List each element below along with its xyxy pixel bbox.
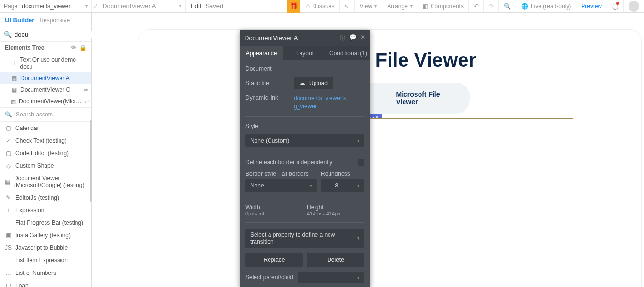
gift-icon[interactable]: 🎁 (287, 0, 300, 13)
tab-microsoft[interactable]: Microsoft File Viewer (396, 90, 460, 106)
asset-icon: ▢ (5, 150, 12, 157)
warning-icon: ⚠ (305, 3, 311, 10)
chevron-down-icon: ▾ (357, 275, 359, 280)
asset-label: List Item Expression (15, 257, 68, 264)
lock-icon[interactable]: 🔒 (79, 44, 87, 51)
chevron-down-icon: ▾ (85, 3, 88, 9)
asset-label: Expression (15, 207, 44, 214)
search-icon: 🔍 (504, 3, 511, 10)
issues-indicator[interactable]: ⚠ 0 issues (300, 0, 339, 12)
asset-label: Loan (15, 282, 29, 287)
height-label: Height (307, 204, 364, 211)
asset-icon: ▣ (5, 232, 12, 239)
property-editor: DocumentViewer A ⓘ 💬 ✕ Appearance Layout… (240, 30, 370, 287)
asset-icon: … (5, 270, 12, 276)
tree-item[interactable]: TText Or use our demo docu (0, 54, 91, 72)
tree-item-label: Text Or use our demo docu (20, 57, 88, 70)
asset-item[interactable]: ▢Code Editor (testing) (0, 147, 91, 159)
info-icon[interactable]: ⓘ (340, 34, 345, 42)
asset-icon: ▢ (5, 125, 12, 131)
close-icon[interactable]: ✕ (360, 34, 365, 42)
chevron-down-icon: ▾ (179, 3, 181, 9)
asset-item[interactable]: +Expression (0, 204, 91, 216)
undo-button[interactable]: ↶ (468, 0, 483, 12)
asset-item[interactable]: ≣List Item Expression (0, 254, 91, 267)
tab-appearance[interactable]: Appearance (240, 46, 283, 60)
transition-select[interactable]: Select a property to define a new transi… (245, 229, 364, 248)
define-border-checkbox[interactable] (358, 159, 364, 166)
asset-item[interactable]: JSJavascript to Bubble (0, 242, 91, 254)
asset-item[interactable]: ▦Document Viewer (Microsoft/Google) (tes… (0, 172, 91, 191)
replace-button[interactable]: Replace (245, 253, 303, 267)
dynamic-link-value[interactable]: documents_viewer's g_viewer (294, 94, 364, 111)
undo-icon: ↶ (474, 3, 479, 10)
tree-item[interactable]: ▦DocumentViewer(Micr…⇄ (0, 96, 91, 107)
asset-icon: ▢ (5, 282, 12, 287)
page-title: Google File Viewer (167, 49, 612, 71)
page-selector[interactable]: Page: documents_viewer ▾ (0, 0, 92, 12)
asset-item[interactable]: ✎EditorJs (testing) (0, 191, 91, 204)
asset-item[interactable]: ✓Check Text (testing) (0, 134, 91, 147)
tree-item-label: DocumentViewer C (20, 86, 70, 93)
element-icon: ▦ (11, 98, 16, 105)
element-selector[interactable]: DocumentViewer A ▾ (99, 0, 186, 12)
asset-item[interactable]: ◇Custom Shape (0, 159, 91, 172)
help-button[interactable]: ◯ (607, 0, 623, 12)
eye-icon[interactable]: 👁 (71, 44, 76, 51)
components-menu[interactable]: ◧ Components (418, 0, 468, 12)
expand-icon[interactable]: ⤢ (92, 2, 99, 10)
help-icon: ◯ (612, 3, 618, 10)
tab-layout[interactable]: Layout (283, 46, 327, 60)
asset-item[interactable]: ▣Insta Gallery (testing) (0, 229, 91, 242)
asset-label: Insta Gallery (testing) (15, 232, 71, 239)
tree-item[interactable]: ▦DocumentViewer C⇄ (0, 84, 91, 96)
user-avatar[interactable] (623, 0, 644, 12)
asset-icon: JS (5, 244, 12, 251)
asset-label: Flat Progress Bar (testing) (15, 219, 83, 226)
preview-link[interactable]: Preview (576, 0, 607, 12)
roundness-input[interactable]: 8▾ (321, 179, 364, 192)
asset-label: Check Text (testing) (15, 137, 67, 144)
select-parent-select[interactable]: ▾ (298, 272, 364, 283)
edit-menu[interactable]: Edit (191, 2, 201, 10)
style-select[interactable]: None (Custom)▾ (245, 134, 364, 147)
search-button[interactable]: 🔍 (498, 0, 516, 12)
style-label: Style (245, 123, 364, 129)
roundness-label: Roundness (321, 171, 364, 177)
asset-label: Custom Shape (15, 162, 54, 169)
chevron-down-icon: ▾ (357, 235, 359, 241)
redo-button[interactable]: ↷ (483, 0, 498, 12)
cube-icon: ◧ (423, 3, 428, 10)
asset-item[interactable]: ▢Calendar (0, 122, 91, 134)
asset-label: Javascript to Bubble (15, 244, 68, 251)
redo-icon: ↷ (489, 3, 494, 10)
upload-button[interactable]: ☁ Upload (294, 77, 333, 89)
comment-icon[interactable]: 💬 (349, 34, 357, 42)
tab-conditional[interactable]: Conditional (1) (327, 46, 370, 60)
border-style-select[interactable]: None▾ (245, 179, 317, 192)
search-icon: 🔍 (5, 111, 12, 118)
arrange-menu[interactable]: Arrange▾ (382, 0, 418, 12)
live-status[interactable]: 🌐 Live (read-only) (516, 0, 576, 12)
asset-item[interactable]: …List of Numbers (0, 267, 91, 279)
responsive-tab[interactable]: Responsive (39, 17, 70, 24)
chevron-down-icon: ▾ (357, 183, 359, 188)
chevron-down-icon: ▾ (410, 3, 413, 9)
height-value: 414px - 414px (307, 211, 364, 216)
cloud-upload-icon: ☁ (300, 80, 305, 86)
search-assets-placeholder[interactable]: Search assets (16, 111, 53, 118)
tree-item[interactable]: ▦DocumentViewer A (0, 72, 91, 84)
tree-search-input[interactable] (15, 31, 96, 38)
cursor-tool[interactable]: ↖ (339, 0, 354, 12)
delete-button[interactable]: Delete (307, 253, 364, 267)
asset-item[interactable]: ▢Loan (0, 279, 91, 287)
asset-icon: + (5, 207, 12, 214)
element-icon: ▦ (11, 75, 17, 82)
asset-label: Calendar (15, 125, 39, 131)
asset-item[interactable]: –Flat Progress Bar (testing) (0, 216, 91, 229)
section-document: Document (245, 65, 364, 72)
view-menu[interactable]: View▾ (354, 0, 382, 12)
saved-status: Saved (205, 2, 223, 10)
cursor-icon: ↖ (344, 3, 349, 10)
ui-builder-tab[interactable]: UI Builder (5, 16, 34, 24)
